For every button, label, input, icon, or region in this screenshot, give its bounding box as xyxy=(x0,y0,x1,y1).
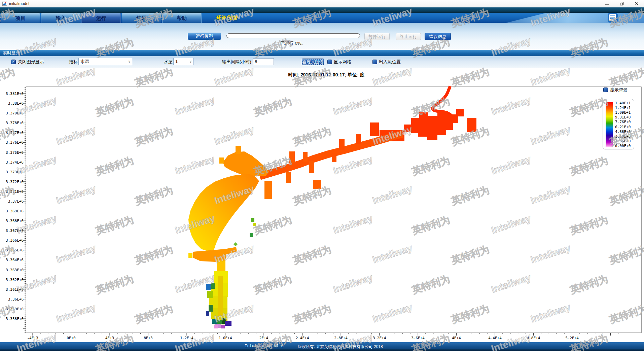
y-tick-label: 3.38E+6 xyxy=(0,101,24,106)
map-region xyxy=(225,321,231,326)
y-tick-label: 3.362E+6 xyxy=(0,278,24,282)
map-region xyxy=(207,291,213,298)
map-region xyxy=(206,284,211,290)
x-tick-label: 4E+4 xyxy=(443,336,470,340)
map-region xyxy=(339,139,345,150)
heatmap-plot xyxy=(0,0,644,351)
map-region xyxy=(188,253,192,258)
x-tick-label: 5.2E+4 xyxy=(559,336,585,340)
copyright-label: 版权所有: 北京英特利为环境科技有限公司 2018 xyxy=(298,344,383,350)
map-region xyxy=(250,233,253,237)
legend-value: 9.31E+0 xyxy=(615,115,634,119)
status-bar-notch xyxy=(277,349,290,351)
x-tick-label: -4E+3 xyxy=(19,336,46,340)
map-region xyxy=(313,180,321,189)
y-tick-label: 3.378E+6 xyxy=(0,121,24,125)
map-region xyxy=(206,311,209,316)
x-tick-label: 0E+0 xyxy=(58,336,85,340)
map-region xyxy=(467,118,476,132)
y-tick-label: 3.365E+6 xyxy=(0,248,24,252)
color-legend: 1.40E+11.24E+11.09E+19.31E+07.76E+06.21E… xyxy=(603,99,634,149)
map-region xyxy=(253,223,256,226)
y-tick-label: 3.371E+6 xyxy=(0,189,24,194)
map-region xyxy=(236,146,241,154)
plot-border xyxy=(26,87,641,333)
x-tick-label: 1.6E+4 xyxy=(212,336,239,340)
map-region xyxy=(218,276,223,317)
y-tick-label: 3.379E+6 xyxy=(0,111,24,115)
y-tick-label: 3.361E+6 xyxy=(0,287,24,292)
x-tick-label: 3.6E+4 xyxy=(404,336,431,340)
x-tick-label: 4E+3 xyxy=(96,336,123,340)
map-region xyxy=(211,283,215,289)
legend-value: 6.21E+0 xyxy=(615,125,634,129)
x-tick-label: 8E+3 xyxy=(135,336,162,340)
map-region xyxy=(309,161,314,173)
map-region xyxy=(303,152,308,162)
map-region xyxy=(289,151,295,163)
legend-value: 1.24E+1 xyxy=(615,106,634,110)
map-region xyxy=(223,151,269,177)
map-region xyxy=(219,157,224,164)
x-tick-label: 1.2E+4 xyxy=(173,336,200,340)
map-region xyxy=(404,109,464,140)
legend-value: 1.40E+1 xyxy=(615,101,634,105)
app-version-label: Intelway-AW V1.0 xyxy=(236,344,293,348)
app-window: initialmodel 项目 输入 运行 结果 帮助 环评/预警 xyxy=(0,0,644,351)
y-tick-label: 3.367E+6 xyxy=(0,229,24,233)
x-tick-label: 4.4E+4 xyxy=(481,336,508,340)
y-tick-label: 3.36E+6 xyxy=(0,297,24,302)
y-tick-label: 3.374E+6 xyxy=(0,160,24,165)
map-region xyxy=(212,319,217,324)
show-background-label: 显示背景 xyxy=(610,87,628,93)
map-region xyxy=(251,218,254,222)
legend-value: 3.10E+0 xyxy=(615,134,634,139)
y-tick-label: 3.364E+6 xyxy=(0,258,24,262)
map-region xyxy=(217,260,225,273)
y-tick-label: 3.372E+6 xyxy=(0,180,24,184)
map-region xyxy=(264,181,272,199)
map-region xyxy=(234,242,238,246)
x-tick-label: 3.2E+4 xyxy=(366,336,393,340)
legend-value: 4.66E+0 xyxy=(615,130,634,134)
map-region xyxy=(214,325,218,328)
y-tick-label: 3.37E+6 xyxy=(0,199,24,204)
map-region xyxy=(286,172,291,183)
map-region xyxy=(209,305,213,312)
y-tick-label: 3.373E+6 xyxy=(0,170,24,174)
legend-value: 0.00E+0 xyxy=(615,144,634,148)
y-tick-label: 3.381E+6 xyxy=(0,92,24,96)
y-tick-label: 3.375E+6 xyxy=(0,150,24,155)
map-region xyxy=(188,174,259,251)
x-tick-label: 2.4E+4 xyxy=(289,336,316,340)
legend-colorbar xyxy=(606,102,613,147)
x-tick-label: 2.8E+4 xyxy=(327,336,354,340)
x-tick-label: 4.8E+4 xyxy=(520,336,547,340)
y-tick-label: 3.368E+6 xyxy=(0,219,24,223)
map-region xyxy=(260,134,402,176)
map-region xyxy=(332,153,336,162)
y-tick-label: 3.363E+6 xyxy=(0,268,24,272)
x-tick-label: 2E+4 xyxy=(250,336,277,340)
y-tick-label: 3.366E+6 xyxy=(0,238,24,243)
status-bar: Intelway-AW V1.0 版权所有: 北京英特利为环境科技有限公司 20… xyxy=(0,342,644,351)
y-tick-label: 3.358E+6 xyxy=(0,317,24,321)
map-region xyxy=(217,320,222,324)
y-tick-label: 3.377E+6 xyxy=(0,131,24,135)
map-region xyxy=(370,122,379,136)
map-region xyxy=(221,325,225,328)
legend-value: 7.76E+0 xyxy=(615,120,634,124)
legend-value: 1.09E+1 xyxy=(615,110,634,115)
map-region xyxy=(193,247,237,262)
y-tick-label: 3.369E+6 xyxy=(0,209,24,213)
legend-values: 1.40E+11.24E+11.09E+19.31E+07.76E+06.21E… xyxy=(615,101,634,148)
legend-value: 1.55E+0 xyxy=(615,139,634,143)
show-background-checkbox[interactable] xyxy=(603,87,608,92)
map-region xyxy=(356,134,361,144)
y-tick-label: 3.359E+6 xyxy=(0,307,24,311)
y-tick-label: 3.376E+6 xyxy=(0,140,24,145)
